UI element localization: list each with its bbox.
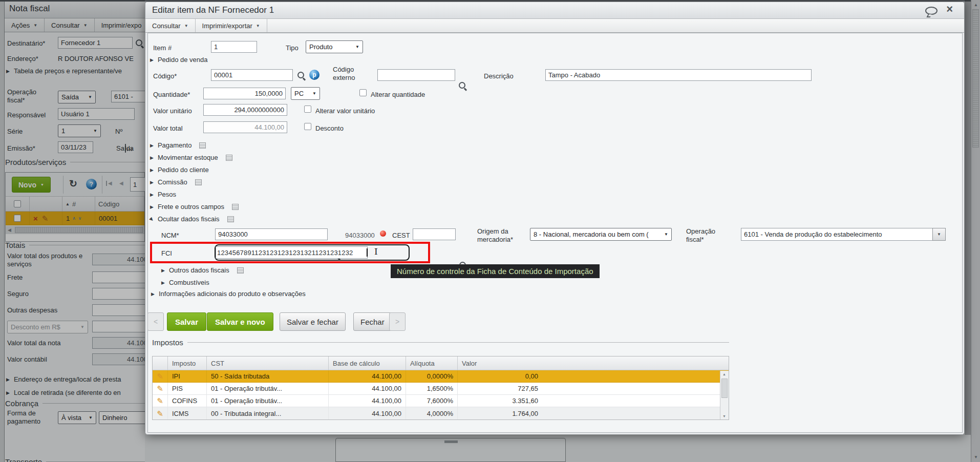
bg-menu-imprimir[interactable]: Imprimir/expo (95, 18, 149, 32)
note-icon[interactable] (227, 216, 234, 222)
produtos-hscrollbar[interactable]: ◀ (6, 226, 144, 234)
col-valor[interactable]: Valor (458, 356, 729, 370)
responsavel-input[interactable]: Usuário 1 (58, 108, 135, 120)
origem-select[interactable]: 8 - Nacional, mercadoria ou bem com (▼ (530, 228, 672, 241)
section-outros-dados-fiscais[interactable]: ▶ Outros dados fiscais (161, 266, 244, 275)
note-icon[interactable] (195, 179, 202, 185)
fci-input[interactable]: 123456789112312312312313211231231232 (216, 246, 368, 259)
search-icon[interactable] (297, 71, 306, 80)
scroll-down-icon[interactable]: ▼ (974, 455, 978, 459)
row-checkbox[interactable] (14, 215, 21, 222)
move-down-icon[interactable]: ∨ (78, 216, 82, 221)
scroll-up-icon[interactable]: ▲ (722, 372, 726, 376)
search-icon[interactable] (458, 81, 467, 90)
modal-menu-imprimir[interactable]: Imprimir/exportar▼ (196, 19, 267, 32)
section-tabela-precos[interactable]: ▶ Tabela de preços e representante/ve (6, 67, 122, 75)
destinatario-input[interactable]: Fornecedor 1 (58, 37, 133, 49)
imposto-row-pis[interactable]: ✎ PIS 01 - Operação tributáv... 44.100,0… (153, 383, 729, 395)
novo-button[interactable]: Novo▼ (12, 177, 51, 193)
close-icon[interactable]: × (946, 3, 953, 16)
section-frete-outros[interactable]: ▶ Frete e outros campos (150, 203, 239, 211)
move-up-icon[interactable]: ∧ (72, 216, 76, 221)
select-all-checkbox[interactable] (14, 200, 21, 207)
col-cst[interactable]: CST (207, 356, 329, 370)
operacao-fiscal-combo[interactable]: 6101 - Venda de produção do estabelecime… (741, 228, 946, 241)
impostos-vscrollbar[interactable]: ▲ ▼ (720, 371, 729, 419)
scroll-left-icon[interactable]: ◀ (6, 227, 13, 233)
salvar-e-fechar-button[interactable]: Salvar e fechar (280, 312, 346, 331)
hscroll-thumb[interactable] (15, 227, 143, 233)
section-combustiveis[interactable]: ▶ Combustíveis (161, 279, 209, 287)
produtos-grid-header: ▲# Código (6, 197, 144, 212)
descricao-input[interactable]: Tampo - Acabado (545, 69, 812, 81)
produtos-row-selected[interactable]: × ✎ 1 ∧ ∨ 00001 (6, 212, 144, 225)
vscroll-thumb[interactable] (972, 9, 979, 148)
unidade-select[interactable]: PC▼ (291, 87, 320, 100)
page-vscrollbar[interactable]: ▲ ▼ (971, 0, 980, 462)
scroll-down-icon[interactable]: ▼ (722, 414, 726, 418)
item-input[interactable]: 1 (211, 41, 257, 53)
scroll-up-icon[interactable]: ▲ (974, 3, 978, 7)
section-movimentar-estoque[interactable]: ▶ Movimentar estoque (150, 154, 232, 162)
ncm-input[interactable]: 94033000 (215, 228, 328, 240)
edit-pencil-icon[interactable]: ✎ (157, 397, 163, 405)
imposto-row-cofins[interactable]: ✎ COFINS 01 - Operação tributáv... 44.10… (153, 395, 729, 407)
codigo-input[interactable]: 00001 (211, 69, 293, 81)
fechar-button[interactable]: Fechar (353, 312, 392, 331)
search-icon[interactable] (135, 39, 144, 48)
valor-unitario-input[interactable]: 294,0000000000 (203, 104, 287, 116)
section-local-retirada[interactable]: ▶ Local de retirada (se diferente do en (6, 389, 121, 397)
note-icon[interactable] (237, 267, 244, 274)
modal-titlebar: Editar item da NF Fornecedor 1 × (145, 2, 964, 19)
pager-prev-icon[interactable]: ◀ (119, 180, 123, 186)
salvar-button[interactable]: Salvar (167, 312, 206, 331)
section-endereco-entrega[interactable]: ▶ Endereço de entrega/local de presta (6, 375, 121, 384)
col-header-num[interactable]: ▲# (62, 197, 95, 211)
salvar-e-novo-button[interactable]: Salvar e novo (207, 312, 273, 331)
edit-pencil-icon[interactable]: ✎ (157, 410, 163, 417)
col-base[interactable]: Base de cálculo (329, 356, 406, 370)
col-imposto[interactable]: Imposto (168, 356, 207, 370)
tipo-select[interactable]: Produto▼ (306, 40, 363, 53)
edit-pencil-icon[interactable]: ✎ (157, 372, 163, 380)
edit-pencil-icon[interactable]: ✎ (157, 385, 163, 392)
note-icon[interactable] (232, 204, 239, 210)
product-info-icon[interactable]: p (309, 70, 319, 80)
codigo-externo-input[interactable] (377, 69, 455, 81)
section-pagamento[interactable]: ▶ Pagamento (150, 141, 206, 150)
bg-menu-acoes[interactable]: Ações▼ (5, 18, 45, 32)
desconto-select[interactable]: Desconto em R$▼ (7, 321, 88, 333)
forma-pagamento-select[interactable]: À vista▼ (58, 411, 96, 424)
refresh-icon[interactable]: ↻ (69, 178, 77, 190)
section-pedido-venda[interactable]: ▶ Pedido de venda (150, 56, 208, 64)
section-comissao[interactable]: ▶ Comissão (150, 178, 202, 186)
note-icon[interactable] (199, 142, 206, 149)
pager-first-icon[interactable]: ◀ (106, 180, 112, 186)
serie-select[interactable]: 1▼ (58, 124, 101, 137)
col-aliquota[interactable]: Alíquota (406, 356, 458, 370)
section-informacoes-adicionais[interactable]: ▶ Informações adicionais do produto e ob… (151, 290, 306, 298)
operacao-tipo-select[interactable]: Saída▼ (58, 91, 96, 103)
desconto-checkbox[interactable] (304, 123, 311, 130)
vscroll-thumb[interactable] (721, 379, 728, 398)
help-icon[interactable]: ? (86, 179, 97, 190)
modal-menu-consultar[interactable]: Consultar▼ (145, 19, 196, 32)
collapse-arrow-icon: ▶ (150, 155, 154, 160)
alterar-valor-checkbox[interactable] (304, 106, 311, 113)
imposto-row-icms[interactable]: ✎ ICMS 00 - Tributada integral... 44.100… (153, 407, 729, 419)
quantidade-input[interactable]: 150,0000 (203, 88, 286, 99)
note-icon[interactable] (226, 155, 232, 161)
section-pedido-cliente[interactable]: ▶ Pedido do cliente (150, 166, 209, 174)
comment-bubble-icon[interactable] (925, 7, 938, 15)
section-pesos[interactable]: ▶ Pesos (150, 191, 176, 199)
imposto-row-ipi[interactable]: ✎ IPI 50 - Saída tributada 44.100,00 0,0… (153, 370, 729, 383)
edit-pencil-icon[interactable]: ✎ (42, 215, 49, 222)
col-header-codigo[interactable]: Código (95, 197, 144, 211)
section-ocultar-dados-fiscais[interactable]: ▶ Ocultar dados fiscais (150, 215, 234, 223)
emissao-input[interactable]: 03/11/23 (58, 141, 93, 153)
alterar-quantidade-checkbox[interactable] (359, 89, 367, 96)
combo-dropdown-button[interactable]: ▼ (932, 228, 946, 241)
delete-icon[interactable]: × (33, 215, 38, 222)
bg-menu-consultar[interactable]: Consultar▼ (45, 18, 95, 32)
cest-input[interactable] (413, 228, 456, 240)
